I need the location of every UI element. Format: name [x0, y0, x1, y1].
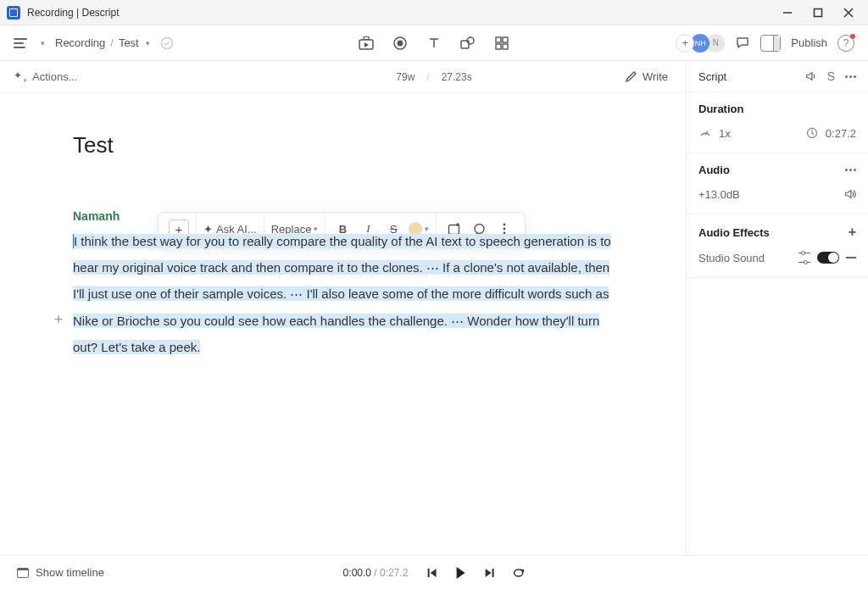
- minimize-button[interactable]: [780, 5, 795, 20]
- duration-heading: Duration: [698, 103, 856, 115]
- write-label: Write: [643, 70, 668, 83]
- playback-time: 0:00.0 / 0:27.2: [343, 567, 409, 579]
- sync-status-icon: [160, 36, 174, 50]
- breadcrumb[interactable]: Recording / Test ▾: [55, 36, 174, 50]
- duration-section: Duration 1x 0:27.2: [687, 93, 868, 153]
- breadcrumb-item[interactable]: Test: [119, 36, 139, 49]
- studio-sound-label[interactable]: Studio Sound: [698, 252, 765, 264]
- remove-effect-button[interactable]: [846, 257, 856, 258]
- speaker-icon[interactable]: [844, 188, 856, 200]
- svg-point-17: [504, 224, 506, 226]
- grid-tool-icon[interactable]: [494, 36, 509, 51]
- breadcrumb-chevron-icon[interactable]: ▾: [146, 39, 150, 47]
- write-button[interactable]: Write: [625, 70, 668, 83]
- add-effect-button[interactable]: +: [849, 225, 856, 240]
- total-time: 0:27.2: [380, 567, 408, 579]
- play-button[interactable]: [453, 566, 467, 580]
- maximize-button[interactable]: [810, 5, 826, 20]
- window-titlebar: Recording | Descript: [0, 0, 868, 25]
- panel-toggle-button[interactable]: [760, 35, 781, 52]
- skip-forward-button[interactable]: [482, 566, 496, 580]
- svg-rect-12: [503, 37, 508, 42]
- transcript-text[interactable]: I think the best way for you to really c…: [73, 228, 615, 360]
- audio-heading: Audio: [698, 164, 730, 176]
- show-timeline-button[interactable]: Show timeline: [17, 566, 104, 579]
- svg-rect-23: [492, 569, 493, 577]
- loop-button[interactable]: [511, 566, 525, 580]
- properties-sidebar: Script S Duration 1x 0:27.2 Audio +13.0d…: [686, 93, 868, 555]
- publish-button[interactable]: Publish: [791, 36, 827, 49]
- menu-chevron-icon: ▾: [41, 39, 45, 47]
- help-button[interactable]: ?: [837, 35, 854, 52]
- skip-back-button[interactable]: [425, 566, 438, 580]
- gain-value[interactable]: +13.0dB: [698, 188, 740, 201]
- duration-stat: 27.23s: [442, 71, 472, 83]
- svg-rect-11: [496, 37, 501, 42]
- record-tool-icon[interactable]: [392, 36, 408, 51]
- center-tool-group: [359, 36, 509, 51]
- word-count: 79w: [396, 71, 415, 83]
- shapes-tool-icon[interactable]: [460, 36, 476, 51]
- close-button[interactable]: [841, 5, 856, 20]
- sparkle-icon: [14, 71, 25, 83]
- add-paragraph-button[interactable]: +: [51, 312, 66, 327]
- playback-bar: Show timeline 0:00.0 / 0:27.2: [0, 555, 868, 589]
- text-tool-icon[interactable]: [426, 36, 442, 51]
- svg-rect-6: [364, 36, 369, 39]
- add-collaborator-button[interactable]: +: [676, 34, 694, 53]
- document-stats: 79w / 27.23s: [396, 71, 471, 83]
- svg-rect-22: [427, 569, 429, 577]
- video-tool-icon[interactable]: [359, 36, 374, 51]
- top-toolbar: ▾ Recording / Test ▾ + NH N Publish ?: [0, 25, 868, 61]
- breadcrumb-root[interactable]: Recording: [55, 36, 105, 49]
- actions-menu[interactable]: Actions...: [14, 70, 77, 83]
- svg-rect-14: [503, 44, 508, 49]
- playback-speed[interactable]: 1x: [719, 127, 731, 140]
- actions-label: Actions...: [32, 70, 77, 83]
- window-title: Recording | Descript: [27, 7, 120, 19]
- app-icon: [7, 6, 20, 19]
- duration-value: 0:27.2: [826, 127, 856, 140]
- breadcrumb-separator: /: [110, 36, 114, 49]
- svg-rect-13: [496, 44, 501, 49]
- current-time: 0:00.0: [343, 567, 371, 579]
- pencil-icon: [625, 70, 637, 83]
- svg-point-8: [398, 40, 403, 46]
- audio-effects-section: Audio Effects+ Studio Sound: [687, 214, 868, 278]
- more-icon[interactable]: [845, 169, 856, 171]
- speed-icon: [698, 127, 712, 139]
- collaborators[interactable]: + NH N: [676, 34, 725, 53]
- audio-section: Audio +13.0dB: [687, 153, 868, 214]
- studio-sound-toggle[interactable]: [817, 252, 839, 264]
- sliders-icon[interactable]: [798, 253, 810, 263]
- comment-icon[interactable]: [735, 36, 750, 51]
- timeline-icon: [17, 568, 29, 578]
- menu-button[interactable]: [14, 38, 29, 48]
- clock-icon: [805, 127, 819, 139]
- svg-rect-1: [815, 8, 822, 16]
- effects-heading: Audio Effects: [698, 226, 770, 239]
